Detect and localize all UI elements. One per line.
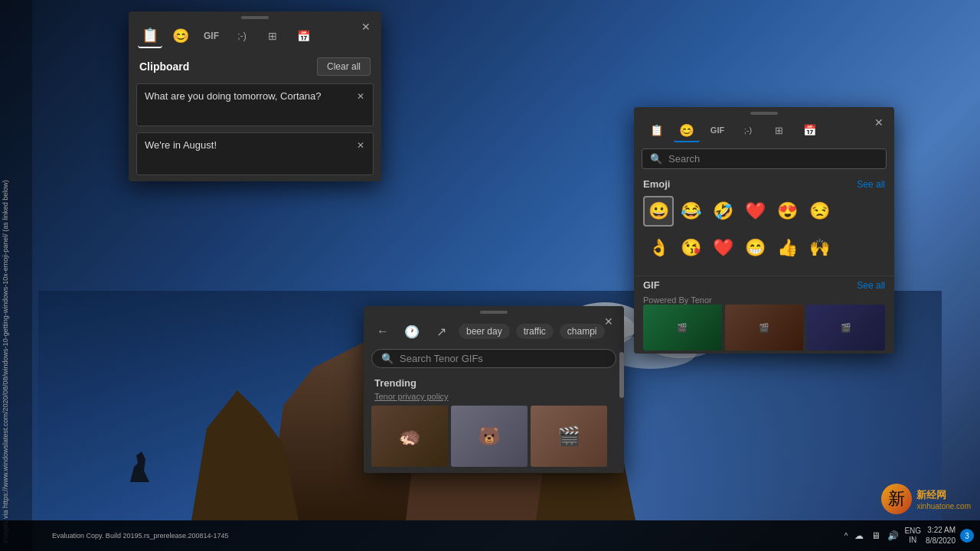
taskbar-lang-text: ENG [904, 527, 921, 536]
emoji-close-button[interactable]: ✕ [870, 113, 888, 132]
gif-thumbnail[interactable]: 🦔 [371, 406, 448, 467]
taskbar-network-icon[interactable]: 🖥 [869, 529, 883, 543]
gif-preview-item[interactable]: 🎬 [643, 305, 722, 350]
emoji-grid-row1: 😀 😂 🤣 ❤️ 😍 😒 [643, 196, 885, 227]
emoji-drag-handle[interactable] [634, 107, 894, 118]
gif-privacy-link[interactable]: Tenor privacy policy [364, 392, 624, 406]
clipboard-item[interactable]: We're in August! ✕ [136, 132, 374, 175]
emoji-drag-bar [750, 112, 778, 115]
emoji-tab-gif[interactable]: GIF [704, 119, 730, 142]
gif-back-button[interactable]: ← [371, 320, 394, 343]
emoji-tab-history[interactable]: 📅 [796, 119, 822, 142]
gif-section-row: GIF See all [643, 279, 885, 291]
taskbar-system-icons: ☁ 🖥 🔊 [852, 529, 900, 543]
clipboard-panel: ✕ 📋 😊 GIF ;-) ⊞ 📅 Clipboard Clear all Wh… [129, 11, 381, 181]
gif-preview-item[interactable]: 🎬 [806, 305, 885, 350]
taskbar-language-indicator[interactable]: ENG IN [904, 527, 921, 545]
emoji-tab-emoji[interactable]: 😊 [674, 119, 700, 142]
logo-url: xinhuatone.com [916, 502, 971, 510]
gif-thumb-image: 🦔 [371, 406, 448, 467]
gif-preview-item[interactable]: 🎬 [725, 305, 804, 350]
emoji-grid-row2: 👌 😘 ❤️ 😁 👍 🙌 [643, 233, 885, 263]
gif-search-bar: 🔍 [371, 349, 616, 368]
clipboard-close-button[interactable]: ✕ [357, 18, 375, 36]
tab-history-icon[interactable]: 📅 [291, 24, 315, 48]
emoji-item[interactable]: 🤣 [707, 196, 738, 227]
gif-powered-label: Powered By Tenor [643, 295, 885, 305]
emoji-item[interactable]: 😍 [772, 196, 802, 227]
sidebar-watermark: Images via https://www.windowslatest.com… [0, 0, 32, 551]
taskbar-right-area: ^ ☁ 🖥 🔊 ENG IN 3:22 AM 8/8/2020 3 [844, 525, 974, 546]
clipboard-header: Clipboard Clear all [129, 54, 381, 83]
gif-section-title: Trending [364, 374, 624, 392]
gif-preview-image: 🎬 [725, 305, 804, 350]
gif-thumbnail[interactable]: 🎬 [531, 406, 607, 467]
clipboard-title: Clipboard [139, 60, 189, 73]
emoji-item[interactable]: 😘 [675, 233, 706, 263]
emoji-item[interactable]: ❤️ [707, 233, 738, 263]
taskbar-date-text: 8/8/2020 [926, 536, 956, 546]
gif-tag-champi[interactable]: champi [560, 324, 605, 339]
taskbar-clock[interactable]: 3:22 AM 8/8/2020 [926, 525, 956, 546]
taskbar-chevron-icon[interactable]: ^ [844, 532, 848, 540]
emoji-search-input[interactable] [668, 153, 878, 165]
gif-clock-button[interactable]: 🕐 [400, 320, 423, 343]
taskbar-eval-text: Evaluation Copy. Build 20195.rs_prerelea… [6, 532, 838, 540]
tab-special-icon[interactable]: ⊞ [260, 24, 285, 48]
gif-see-all-button[interactable]: See all [857, 280, 885, 291]
gif-drag-handle[interactable] [364, 306, 624, 317]
gif-scrollbar[interactable] [619, 352, 624, 473]
emoji-item[interactable]: 😀 [643, 196, 674, 227]
emoji-search-icon: 🔍 [650, 153, 662, 165]
gif-preview-image: 🎬 [806, 305, 885, 350]
emoji-item[interactable]: 👌 [643, 233, 674, 263]
gif-section-label: GIF [643, 279, 660, 291]
gif-drag-bar [480, 311, 508, 314]
tab-emoji-icon[interactable]: 😊 [168, 24, 193, 48]
emoji-search-bar: 🔍 [642, 148, 887, 169]
taskbar-region-text: IN [904, 536, 921, 545]
gif-tag-traffic[interactable]: traffic [516, 324, 554, 339]
emoji-item[interactable]: 😁 [740, 233, 770, 263]
emoji-section: Emoji See all 😀 😂 🤣 ❤️ 😍 😒 👌 😘 ❤️ 😁 👍 🙌 [634, 175, 894, 272]
emoji-item[interactable]: 😂 [675, 196, 706, 227]
clipboard-item-close-button[interactable]: ✕ [353, 89, 368, 104]
clipboard-item-close-button[interactable]: ✕ [353, 138, 368, 153]
gif-thumb-image: 🐻 [451, 406, 528, 467]
emoji-item[interactable]: 🙌 [804, 233, 835, 263]
gif-thumbnail[interactable]: 🐻 [451, 406, 528, 467]
gif-thumb-image: 🎬 [531, 406, 607, 467]
emoji-section-header: Emoji See all [643, 178, 885, 190]
emoji-tab-kaomoji[interactable]: ;-) [735, 119, 761, 142]
emoji-tab-special[interactable]: ⊞ [766, 119, 792, 142]
taskbar: Evaluation Copy. Build 20195.rs_prerelea… [0, 520, 980, 551]
emoji-panel-tabs: 📋 😊 GIF ;-) ⊞ 📅 [634, 118, 894, 148]
gif-preview-strip: 🎬 🎬 🎬 [643, 305, 885, 350]
emoji-see-all-button[interactable]: See all [857, 179, 885, 190]
taskbar-volume-icon[interactable]: 🔊 [886, 529, 900, 543]
tab-clipboard-icon[interactable]: 📋 [138, 24, 162, 48]
taskbar-time-text: 3:22 AM [926, 525, 956, 536]
taskbar-notification-badge[interactable]: 3 [960, 529, 974, 543]
gif-search-icon: 🔍 [381, 353, 394, 364]
gif-close-button[interactable]: ✕ [599, 312, 618, 331]
emoji-item[interactable]: 👍 [772, 233, 802, 263]
gif-scrollbar-thumb[interactable] [619, 352, 624, 398]
logo-name: 新经网 [916, 488, 971, 502]
emoji-panel: ✕ 📋 😊 GIF ;-) ⊞ 📅 🔍 Emoji See all 😀 😂 🤣 … [634, 107, 894, 354]
gif-panel: ✕ ← 🕐 ↗ beer day traffic champi 🔍 Trendi… [364, 306, 624, 473]
tab-gif-icon[interactable]: GIF [199, 24, 224, 48]
clipboard-drag-handle[interactable] [129, 11, 381, 22]
clipboard-item[interactable]: What are you doing tomorrow, Cortana? ✕ [136, 83, 374, 126]
gif-tag-beer[interactable]: beer day [459, 324, 510, 339]
emoji-item[interactable]: 😒 [804, 196, 835, 227]
emoji-item[interactable]: ❤️ [740, 196, 770, 227]
tab-kaomoji-icon[interactable]: ;-) [230, 24, 254, 48]
gif-thumbnail-grid: 🦔 🐻 🎬 [364, 406, 624, 467]
taskbar-cloud-icon[interactable]: ☁ [852, 529, 866, 543]
clear-all-button[interactable]: Clear all [317, 57, 371, 76]
gif-search-input[interactable] [400, 353, 606, 364]
gif-nav-row: ← 🕐 ↗ beer day traffic champi [364, 317, 624, 349]
gif-trending-button[interactable]: ↗ [430, 320, 452, 343]
emoji-tab-clipboard[interactable]: 📋 [643, 119, 669, 142]
